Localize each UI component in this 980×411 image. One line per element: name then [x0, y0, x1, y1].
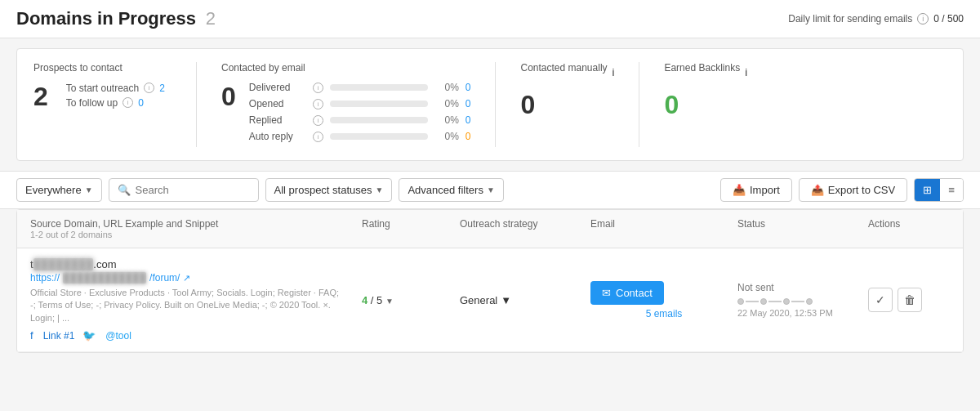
contacted-manually-title: Contacted manually [520, 62, 607, 74]
ce-opened-bar [330, 101, 428, 107]
col-outreach: Outreach strategy [460, 218, 590, 239]
ce-autoreply-pct: 0% [434, 131, 459, 142]
search-input[interactable] [136, 184, 250, 196]
import-button[interactable]: 📥 Import [720, 178, 792, 202]
ce-autoreply-val[interactable]: 0 [466, 131, 471, 142]
ce-opened-val[interactable]: 0 [466, 98, 471, 109]
location-dropdown[interactable]: Everywhere ▼ [16, 178, 102, 202]
col-email: Email [590, 218, 737, 239]
prospect-followup-info[interactable]: i [122, 97, 133, 108]
outreach-chevron-icon: ▼ [501, 294, 511, 306]
emails-count[interactable]: 5 emails [590, 308, 737, 319]
domains-count: 1-2 out of 2 domains [30, 230, 362, 239]
rating-value: 4 [362, 294, 368, 306]
grid-icon: ⊞ [923, 184, 932, 196]
ce-delivered-label: Delivered [249, 82, 306, 93]
stats-panel: Prospects to contact 2 To start outreach… [16, 48, 964, 161]
daily-limit-value: 0 / 500 [933, 13, 964, 25]
search-icon: 🔍 [118, 184, 131, 196]
ce-row-replied: Replied i 0% 0 [249, 114, 471, 126]
email-icon: ✉ [602, 287, 611, 299]
grid-view-button[interactable]: ⊞ [915, 179, 940, 201]
view-toggle: ⊞ ≡ [914, 178, 964, 202]
ce-opened-info[interactable]: i [313, 99, 323, 109]
ce-opened-pct: 0% [434, 98, 459, 109]
search-box: 🔍 [109, 178, 259, 202]
prospects-big-num: 2 [33, 82, 48, 112]
domain-snippet: Official Store · Exclusive Products · To… [30, 287, 341, 324]
export-icon: 📤 [811, 184, 824, 196]
table-header: Source Domain, URL Example and Snippet 1… [17, 210, 963, 248]
export-button[interactable]: 📤 Export to CSV [799, 178, 907, 202]
earned-backlinks-title: Earned Backlinks [664, 62, 740, 74]
daily-limit-info-icon[interactable]: i [917, 13, 929, 25]
ce-replied-label: Replied [249, 114, 306, 126]
ce-autoreply-label: Auto reply [249, 131, 306, 142]
status-not-sent: Not sent [737, 282, 868, 293]
advanced-filters-dropdown[interactable]: Advanced filters ▼ [399, 178, 503, 202]
col-actions: Actions [868, 218, 950, 239]
url-suffix: /forum/ [149, 272, 180, 284]
facebook-icon: f [30, 329, 33, 342]
timeline-dot-4 [806, 298, 813, 305]
check-action-button[interactable]: ✓ [868, 288, 893, 312]
delete-action-button[interactable]: 🗑 [898, 288, 922, 312]
trash-icon: 🗑 [904, 293, 915, 306]
domain-suffix: .com [93, 258, 116, 270]
contacted-manually-info[interactable]: i [612, 66, 615, 78]
earned-backlinks-num: 0 [664, 90, 747, 120]
earned-backlinks-info[interactable]: i [745, 66, 747, 78]
ce-row-autoreply: Auto reply i 0% 0 [249, 131, 471, 142]
timeline-dot-3 [783, 298, 790, 305]
twitter-link[interactable]: @tool [105, 330, 131, 342]
email-cell: ✉ Contact 5 emails [590, 281, 737, 319]
prospect-followup-label: To follow up [66, 97, 118, 109]
prospects-section: Prospects to contact 2 To start outreach… [33, 62, 197, 147]
status-timeline [737, 298, 868, 305]
check-icon: ✓ [875, 293, 885, 306]
rating-total: / 5 [371, 294, 382, 306]
external-link-icon[interactable]: ↗ [183, 273, 190, 284]
ce-autoreply-bar [330, 133, 428, 140]
ce-replied-val[interactable]: 0 [466, 114, 471, 126]
timeline-line-3 [791, 301, 804, 302]
contacted-email-section: Contacted by email 0 Delivered i 0% 0 Op… [221, 62, 496, 147]
earned-backlinks-section: Earned Backlinks i 0 [664, 62, 772, 147]
ce-replied-info[interactable]: i [313, 115, 323, 126]
ce-row-delivered: Delivered i 0% 0 [249, 82, 471, 93]
ce-delivered-val[interactable]: 0 [466, 82, 471, 93]
rating-cell: 4 / 5 ▼ [362, 294, 460, 306]
outreach-cell: General ▼ [460, 294, 590, 306]
timeline-line-2 [768, 301, 782, 302]
daily-limit-section: Daily limit for sending emails i 0 / 500 [788, 13, 964, 25]
ce-row-opened: Opened i 0% 0 [249, 98, 471, 109]
location-chevron-icon: ▼ [85, 185, 93, 194]
prospect-outreach-val: 2 [159, 83, 165, 94]
domain-links: f Link #1 🐦 @tool [30, 329, 362, 342]
import-icon: 📥 [733, 184, 746, 196]
status-filter-label: All prospect statuses [274, 184, 372, 196]
advanced-filters-chevron-icon: ▼ [487, 185, 495, 194]
list-view-button[interactable]: ≡ [940, 179, 963, 201]
domain-name: t████████.com [30, 258, 362, 270]
prospect-outreach-label: To start outreach [66, 83, 139, 94]
prospect-outreach-info[interactable]: i [144, 83, 154, 93]
contacted-email-num: 0 [221, 82, 236, 112]
prospect-followup-val: 0 [138, 97, 144, 109]
twitter-icon: 🐦 [82, 329, 96, 342]
rating-chevron-icon[interactable]: ▼ [385, 297, 394, 306]
ce-autoreply-info[interactable]: i [313, 132, 323, 142]
status-filter-dropdown[interactable]: All prospect statuses ▼ [265, 178, 393, 202]
outreach-dropdown[interactable]: General ▼ [460, 294, 590, 306]
contact-button[interactable]: ✉ Contact [590, 281, 664, 305]
table-row: t████████.com https://████████████/forum… [17, 248, 963, 352]
contacted-manually-section: Contacted manually i 0 [520, 62, 639, 147]
facebook-link[interactable]: Link #1 [43, 330, 75, 342]
contacted-email-title: Contacted by email [221, 62, 470, 74]
url-blurred: ████████████ [63, 272, 146, 284]
ce-delivered-info[interactable]: i [313, 83, 323, 93]
domain-cell: t████████.com https://████████████/forum… [30, 258, 362, 342]
col-status: Status [737, 218, 868, 239]
page-title: Domains in Progress 2 [16, 8, 216, 29]
advanced-filters-label: Advanced filters [408, 184, 483, 196]
